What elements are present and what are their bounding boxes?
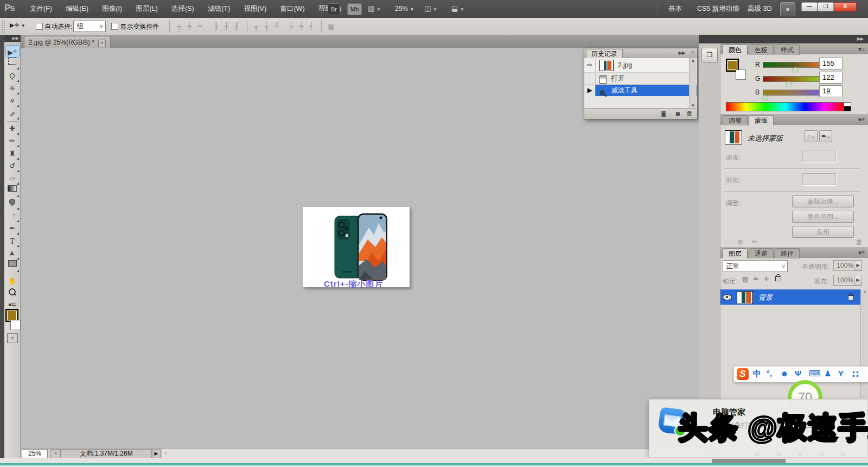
rectangle-tool[interactable]	[5, 260, 20, 273]
align-right-icon[interactable]: ┨	[232, 22, 241, 31]
crop-tool[interactable]: #	[5, 95, 20, 108]
channel-g-slider-handle[interactable]	[786, 81, 792, 86]
spectrum-black-swatch[interactable]	[844, 106, 851, 111]
sogou-mode-chinese[interactable]: 中	[753, 369, 761, 379]
tab-color[interactable]: 颜色	[723, 45, 748, 55]
history-tab[interactable]: 历史记录	[586, 49, 623, 59]
zoom-level-select[interactable]: 25% ▼	[395, 0, 414, 18]
move-tool[interactable]: ▶✛	[5, 45, 20, 58]
show-transform-box[interactable]	[111, 23, 118, 30]
status-menu-arrow-icon[interactable]: ▶	[152, 449, 161, 458]
swap-colors-icon[interactable]: ⇆	[11, 301, 16, 307]
minimize-button[interactable]: —	[801, 2, 818, 11]
workspace-more-button[interactable]: »	[780, 2, 795, 16]
opacity-value[interactable]: 100%	[833, 260, 856, 271]
workspace-essentials[interactable]: 基本	[668, 0, 682, 18]
color-panel-menu-icon[interactable]: ▾≡	[858, 46, 865, 53]
history-menu-icon[interactable]: ≡	[691, 49, 694, 56]
menu-image[interactable]: 图像(I)	[96, 0, 128, 18]
pen-tool[interactable]: ✒	[5, 223, 20, 235]
distribute-right-icon[interactable]: ┥	[307, 22, 316, 31]
channel-b-value[interactable]: 19	[819, 85, 843, 97]
history-state-open[interactable]: 打开	[584, 73, 697, 85]
screen-mode-icon[interactable]: ⬓ ▼	[451, 4, 464, 12]
tab-masks[interactable]: 蒙版	[749, 115, 774, 125]
channel-b-slider[interactable]	[763, 90, 819, 96]
rectangular-marquee-tool[interactable]	[5, 58, 20, 70]
auto-select-dropdown[interactable]: 组∨	[73, 21, 106, 32]
masks-panel-menu-icon[interactable]: ▾≡	[858, 116, 865, 123]
delete-mask-icon[interactable]: 🗑	[856, 238, 863, 246]
menu-filter[interactable]: 滤镜(T)	[202, 0, 236, 18]
auto-select-box[interactable]	[36, 23, 43, 30]
history-panel-titlebar[interactable]: 历史记录 ▶▶ ≡	[584, 48, 697, 58]
workspace-cs5-new[interactable]: CS5 新增功能	[697, 0, 739, 18]
opacity-spinner-icon[interactable]: ▶	[854, 260, 862, 271]
menu-edit[interactable]: 编辑(E)	[60, 0, 94, 18]
lock-all-icon[interactable]	[775, 275, 781, 283]
history-collapse-icon[interactable]: ▶▶	[679, 51, 685, 55]
eraser-tool[interactable]: ▱	[5, 173, 20, 185]
apply-mask-icon[interactable]: ⊕	[737, 238, 743, 246]
document-canvas[interactable]: Ctrl+-缩小图片	[303, 207, 410, 287]
eyedropper-tool[interactable]: ✐	[5, 108, 20, 120]
add-vector-mask-icon[interactable]: ✒₊	[819, 130, 832, 142]
channel-g-value[interactable]: 122	[819, 72, 843, 84]
history-brush-source-icon[interactable]: ✑	[584, 58, 596, 72]
distribute-vcenter-icon[interactable]: ╁	[262, 22, 271, 31]
layers-panel-menu-icon[interactable]: ▾≡	[858, 249, 865, 256]
lasso-tool[interactable]: Ϙ	[5, 70, 20, 83]
status-zoom-field[interactable]: 25%	[22, 449, 48, 458]
history-source-cell[interactable]: ▶	[584, 85, 596, 96]
auto-select-checkbox[interactable]: 自动选择:	[36, 22, 73, 31]
clone-stamp-tool[interactable]: ♜	[5, 148, 20, 160]
invert-button[interactable]: 反相	[792, 226, 854, 238]
menu-select[interactable]: 选择(S)	[165, 0, 200, 18]
view-extras-icon[interactable]: ▥ ▼	[368, 4, 381, 12]
show-transform-checkbox[interactable]: 显示变换控件	[111, 22, 159, 31]
history-state-dodge-selected[interactable]: ▶ 减淡工具	[584, 85, 697, 96]
tab-layers[interactable]: 图层	[723, 248, 748, 258]
path-selection-tool[interactable]: ➤	[5, 248, 20, 260]
color-background-swatch[interactable]	[736, 70, 746, 80]
layer-visibility-eye-icon[interactable]	[723, 294, 732, 302]
bridge-button[interactable]: Br	[328, 3, 340, 15]
blend-mode-dropdown[interactable]: 正常∨	[723, 260, 788, 272]
tab-paths[interactable]: 路径	[775, 248, 800, 258]
tab-swatches[interactable]: 色板	[749, 45, 774, 55]
dock-collapse-icon[interactable]: ▶▶	[857, 36, 864, 41]
channel-r-slider-handle[interactable]	[792, 67, 799, 72]
taskbar-item[interactable]	[712, 459, 786, 463]
quick-selection-tool[interactable]: ✳	[5, 83, 20, 95]
dodge-tool[interactable]: ♩	[5, 210, 20, 223]
brush-tool[interactable]: ✏	[5, 135, 20, 148]
distribute-top-icon[interactable]: ┰	[252, 22, 261, 31]
layer-row-background[interactable]: 背景	[720, 289, 860, 305]
history-source-cell[interactable]	[584, 73, 596, 84]
channel-r-slider[interactable]	[763, 62, 819, 68]
dock-collapse-bar[interactable]: ▶▶	[699, 35, 868, 43]
workspace-advanced-3d[interactable]: 高级 3D	[748, 0, 771, 18]
type-tool[interactable]: T	[5, 235, 20, 248]
mask-enable-icon[interactable]: ◌	[725, 238, 729, 246]
channel-b-slider-handle[interactable]	[762, 94, 768, 99]
lock-position-icon[interactable]: ✛	[764, 275, 769, 283]
mask-edge-button[interactable]: 蒙版边缘...	[792, 195, 854, 207]
menu-layer[interactable]: 图层(L)	[130, 0, 163, 18]
collapsed-panel-button[interactable]: ❐	[701, 48, 718, 63]
lock-transparent-icon[interactable]: ▨	[742, 275, 748, 283]
new-document-from-state-icon[interactable]: ▣	[661, 110, 667, 117]
toolbar-collapse-icon[interactable]: ▶▶	[4, 35, 21, 42]
channel-r-value[interactable]: 155	[819, 58, 843, 70]
add-pixel-mask-icon[interactable]: ◌₊	[805, 130, 818, 142]
document-tab[interactable]: 2.jpg @ 25%(RGB/8) *×	[24, 36, 111, 48]
status-icon[interactable]: ◔	[50, 449, 61, 458]
menu-file[interactable]: 文件(F)	[24, 0, 58, 18]
tab-channels[interactable]: 通道	[749, 248, 774, 258]
spot-healing-brush-tool[interactable]: ✚	[5, 123, 20, 135]
zoom-tool[interactable]	[5, 288, 20, 300]
color-spectrum-ramp[interactable]	[726, 102, 845, 111]
fill-spinner-icon[interactable]: ▶	[854, 275, 862, 286]
align-hcenter-icon[interactable]: ╂	[222, 22, 231, 31]
align-vcenter-icon[interactable]: ┿	[185, 22, 194, 31]
